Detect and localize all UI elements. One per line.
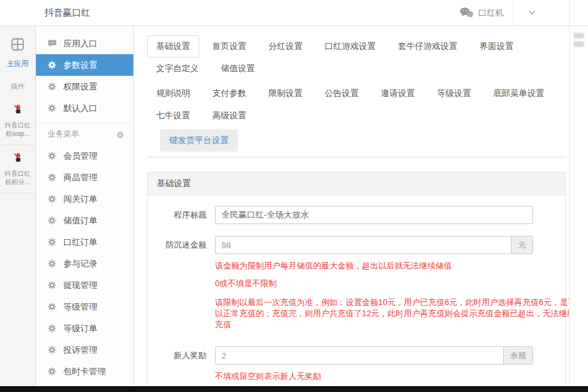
program-title-label: 程序标题	[148, 210, 206, 221]
field-newbie-reward: 新人奖励 余额	[148, 346, 565, 365]
newbie-reward-label: 新人奖励	[148, 350, 206, 361]
sidebar-item-会员管理[interactable]: 会员管理	[36, 145, 133, 167]
tab-支付参数[interactable]: 支付参数	[203, 82, 255, 105]
tab-规则说明[interactable]: 规则说明	[147, 82, 199, 105]
tab-界面设置[interactable]: 界面设置	[470, 35, 523, 57]
account-dropdown-toggle[interactable]	[514, 0, 550, 26]
sidebar-item-提现管理[interactable]: 提现管理	[36, 274, 133, 296]
sidebar-item-口红订单[interactable]: 口红订单	[36, 231, 133, 253]
plugin-label: 抖音口红机积分...	[1, 169, 34, 186]
right-edge-panel	[569, 26, 588, 392]
menu-item-label: 储值订单	[63, 215, 97, 227]
topbar: 抖音赢口红 口红机	[0, 0, 588, 26]
newbie-reward-hint: 不填或留空则表示新人无奖励	[215, 371, 565, 382]
tab-邀请设置[interactable]: 邀请设置	[372, 82, 424, 105]
menu-item-label: 投诉管理	[63, 344, 97, 356]
business-menu-section: 业务菜单	[36, 123, 133, 145]
gear-icon	[48, 367, 57, 376]
sidebar-item-包时卡管理[interactable]: 包时卡管理	[36, 361, 133, 382]
menu-item-label: 参与记录	[63, 258, 97, 270]
account-label: 口红机	[478, 7, 504, 19]
tab-公告设置[interactable]: 公告设置	[316, 82, 368, 105]
shell: 主应用 插件 抖音口红机wap... 抖音口红机积分... 应用入口 参数设置 …	[0, 26, 588, 392]
wechat-icon	[459, 7, 474, 20]
main-content: 基础设置首页设置分红设置口红游戏设置套牛仔游戏设置界面设置文字自定义储值设置 规…	[134, 26, 569, 392]
sidebar-item-默认入口[interactable]: 默认入口	[36, 97, 133, 119]
tab-底部菜单设置[interactable]: 底部菜单设置	[484, 82, 553, 105]
sidebar-item-闯关订单[interactable]: 闯关订单	[36, 188, 133, 210]
menu-item-label: 包时卡管理	[63, 366, 106, 378]
menu-item-label: 等级订单	[63, 323, 97, 335]
sidebar-item-应用入口[interactable]: 应用入口	[36, 33, 133, 54]
primary-sidebar: 主应用 插件 抖音口红机wap... 抖音口红机积分...	[0, 26, 36, 392]
sidebar-item-等级订单[interactable]: 等级订单	[36, 318, 133, 339]
plugin-label: 抖音口红机wap...	[1, 121, 34, 138]
tab-基础设置[interactable]: 基础设置	[147, 35, 199, 57]
anti-addiction-unit: 元	[511, 236, 533, 254]
main-app-label: 主应用	[0, 59, 35, 69]
account-menu[interactable]: 口红机	[450, 0, 513, 26]
tab-套牛仔游戏设置[interactable]: 套牛仔游戏设置	[389, 35, 466, 57]
tab-口红游戏设置[interactable]: 口红游戏设置	[316, 35, 385, 57]
gear-icon	[48, 82, 57, 91]
menu-item-label: 参数设置	[63, 59, 97, 71]
tab-储值设置[interactable]: 储值设置	[212, 57, 264, 80]
anti-addiction-input[interactable]	[215, 236, 511, 254]
secondary-sidebar: 应用入口 参数设置 权限设置 默认入口 业务菜单 会员管理 商品管理 闯关订单 …	[36, 26, 134, 392]
sidebar-item-权限设置[interactable]: 权限设置	[36, 76, 133, 97]
anti-addiction-hint-3: 该限制以最后一次充值为准，例如：设置金额10元，用户已充值6元，此时用户选择再充…	[215, 297, 569, 331]
sidebar-item-plugin[interactable]: 抖音口红机积分...	[0, 145, 35, 193]
tabs-row-3: 键发货平台设置	[147, 129, 566, 152]
tabs-underline	[147, 157, 566, 157]
gear-icon	[48, 238, 57, 247]
tab-首页设置[interactable]: 首页设置	[203, 35, 255, 57]
gear-icon	[48, 61, 57, 70]
tab-shipping-platform[interactable]: 键发货平台设置	[160, 129, 238, 152]
grid-icon	[10, 43, 25, 54]
program-title-input[interactable]	[215, 206, 533, 224]
gear-icon	[48, 216, 57, 225]
gear-icon	[48, 104, 57, 113]
sidebar-item-main-app[interactable]: 主应用	[0, 34, 35, 75]
menu-item-label: 口红订单	[63, 237, 97, 248]
sidebar-item-等级管理[interactable]: 等级管理	[36, 296, 133, 318]
newbie-reward-input[interactable]	[215, 346, 503, 365]
topbar-right: 口红机	[450, 0, 550, 26]
menu-item-label: 提现管理	[63, 280, 97, 291]
tab-七牛设置[interactable]: 七牛设置	[147, 105, 199, 127]
sidebar-item-储值订单[interactable]: 储值订单	[36, 210, 133, 231]
right-edge-top	[569, 0, 588, 26]
plugin-lipstick-icon	[11, 154, 24, 165]
panel-title: 基础设置	[148, 172, 565, 195]
tab-等级设置[interactable]: 等级设置	[428, 82, 480, 105]
app-title: 抖音赢口红	[44, 7, 90, 19]
field-program-title: 程序标题	[148, 206, 565, 224]
menu-item-label: 闯关订单	[63, 193, 97, 205]
tab-文字自定义[interactable]: 文字自定义	[147, 57, 208, 80]
settings-panel: 基础设置 程序标题 防沉迷金额 元	[147, 172, 566, 392]
tabs-row-1: 基础设置首页设置分红设置口红游戏设置套牛仔游戏设置界面设置文字自定义储值设置	[147, 35, 566, 80]
gear-icon	[48, 195, 57, 204]
sidebar-item-参数设置[interactable]: 参数设置	[36, 54, 133, 76]
sidebar-item-投诉管理[interactable]: 投诉管理	[36, 339, 133, 361]
gear-icon	[48, 324, 57, 333]
tab-分红设置[interactable]: 分红设置	[259, 35, 312, 57]
illegible-text-fragment	[574, 41, 584, 47]
sidebar-item-参与记录[interactable]: 参与记录	[36, 253, 133, 274]
app-logo-lipstick-icon	[18, 5, 35, 22]
illegible-text-fragment	[574, 33, 584, 39]
sidebar-item-商品管理[interactable]: 商品管理	[36, 167, 133, 188]
menu-item-label: 应用入口	[63, 38, 97, 50]
plugins-section-label: 插件	[0, 75, 35, 97]
section-gear-icon[interactable]	[116, 131, 124, 139]
app-window: 抖音赢口红 口红机 主应用 插件 抖音口红机wap... 抖音口红机积分...	[0, 0, 588, 392]
tab-限制设置[interactable]: 限制设置	[259, 82, 312, 105]
gear-icon	[48, 281, 57, 290]
gear-icon	[48, 302, 57, 312]
tabs-row-2: 规则说明支付参数限制设置公告设置邀请设置等级设置底部菜单设置七牛设置高级设置	[147, 82, 566, 127]
chat-icon	[48, 39, 57, 48]
anti-addiction-label: 防沉迷金额	[148, 240, 206, 251]
window-bottom-edge	[0, 386, 588, 392]
tab-高级设置[interactable]: 高级设置	[203, 105, 255, 127]
sidebar-item-plugin[interactable]: 抖音口红机wap...	[0, 97, 35, 145]
